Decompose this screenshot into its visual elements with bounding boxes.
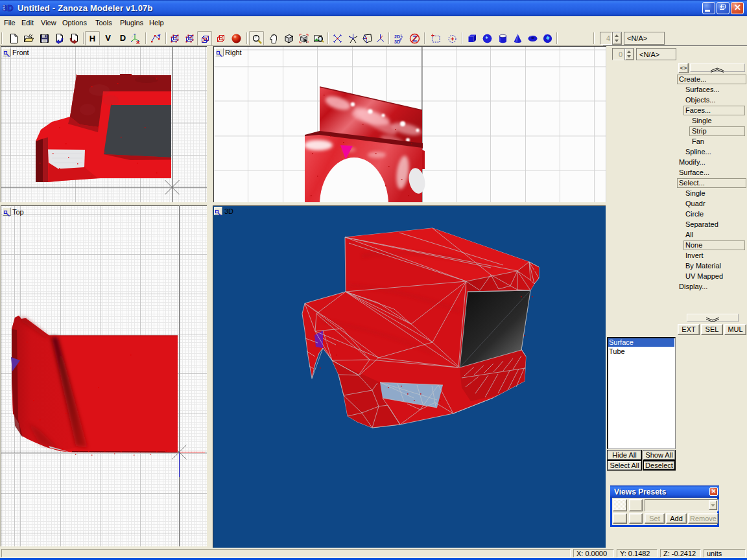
svg-text:2D: 2D xyxy=(394,34,400,39)
svg-text:3D: 3D xyxy=(394,40,400,44)
